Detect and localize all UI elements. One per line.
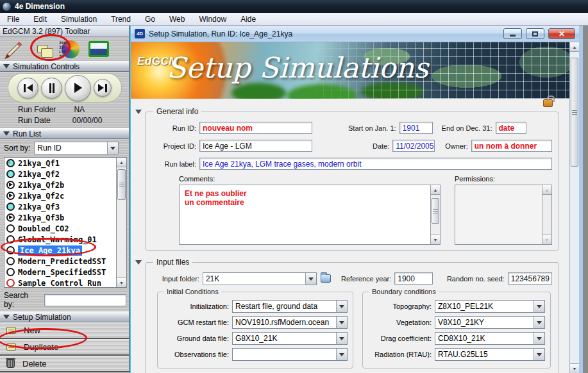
initialization-dropdown[interactable]: Restart file, ground data [232, 300, 348, 313]
start-year-field[interactable]: 1901 [399, 122, 433, 134]
reference-year-field[interactable]: 1900 [394, 272, 433, 285]
grip-icon [119, 185, 124, 185]
menu-edit[interactable]: Edit [26, 13, 54, 26]
scrollbar-thumb[interactable] [571, 58, 578, 167]
scroll-down-icon[interactable]: ▼ [570, 363, 579, 373]
dropdown-arrow-icon[interactable] [107, 142, 118, 154]
skip-forward-button[interactable] [94, 79, 112, 97]
sort-dropdown[interactable]: Run ID [34, 142, 119, 154]
new-button[interactable]: New [0, 322, 129, 339]
run-list-item[interactable]: Modern_SpecifiedSST [4, 267, 116, 278]
menu-file[interactable]: File [0, 13, 26, 26]
delete-button[interactable]: Delete [0, 356, 129, 372]
play-button[interactable] [65, 75, 91, 101]
run-list-item[interactable]: 21kya_Qf2 [4, 169, 116, 179]
scroll-up-icon[interactable]: ▲ [431, 185, 440, 195]
scroll-up-icon[interactable]: ▲ [570, 42, 579, 52]
app-titlebar: 4e Dimension [0, 0, 588, 13]
run-label-field[interactable]: Ice Age 21kya, LGM trace gases, modern o… [199, 158, 552, 170]
run-list-item[interactable]: 21kya_Qf2b [4, 179, 116, 190]
owner-field[interactable]: un nom à donner [471, 140, 552, 152]
radiation-dropdown[interactable]: RTAU.G25L15 [435, 348, 545, 361]
run-list-item[interactable]: Global_Warming_01 [4, 234, 116, 245]
initialization-value: Restart file, ground data [233, 301, 336, 312]
duplicate-tool-button[interactable] [28, 45, 56, 53]
gcm-restart-dropdown[interactable]: NOV1910.rsfModern.ocean [232, 316, 348, 329]
menu-aide[interactable]: Aide [233, 13, 263, 26]
menu-trend[interactable]: Trend [104, 13, 138, 26]
window-titlebar[interactable]: Setup Simulation, Run ID: Ice_Age_21kya … [131, 26, 579, 42]
skip-back-button[interactable] [17, 78, 38, 99]
run-list-scrollbar[interactable]: ▲ ▼ [116, 158, 126, 287]
dropdown-arrow-icon[interactable] [336, 301, 347, 312]
scroll-down-icon[interactable]: ▼ [117, 278, 126, 287]
run-id-field[interactable]: nouveau nom [199, 122, 312, 134]
scroll-up-icon[interactable]: ▲ [117, 158, 126, 167]
project-id-field[interactable]: Ice Age - LGM [199, 140, 312, 152]
permissions-label: Permissions: [455, 175, 552, 183]
simulation-controls-header[interactable]: Simulation Controls [0, 61, 129, 72]
run-list-item[interactable]: 21kya_Qf3 [4, 201, 116, 212]
date-field[interactable]: 11/02/2005 [392, 140, 435, 152]
vegetation-dropdown[interactable]: V8X10_21KY [435, 316, 545, 329]
menu-window[interactable]: Window [192, 13, 233, 26]
run-list-item[interactable]: 21kya_Qf1 [4, 158, 116, 169]
monitor-tool-button[interactable] [85, 41, 113, 57]
section-collapse-icon[interactable] [135, 110, 142, 114]
end-year-field[interactable]: date [496, 122, 526, 134]
comments-textarea[interactable]: Et ne pas oublier un commentaire ▲ ▼ [179, 185, 441, 245]
input-folder-dropdown[interactable]: 21K [203, 272, 317, 285]
run-id-label: Run ID: [157, 124, 199, 132]
menu-simulation[interactable]: Simulation [54, 13, 104, 26]
scrollbar-thumb[interactable] [117, 169, 126, 200]
run-list-item[interactable]: 21kya_Qf3b [4, 212, 116, 223]
run-list-item[interactable]: 21kya_Qf2c [4, 190, 116, 201]
dropdown-arrow-icon[interactable] [336, 333, 347, 344]
input-files-title: Input files [153, 258, 192, 267]
dropdown-arrow-icon[interactable] [533, 333, 544, 344]
run-list-header[interactable]: Run List [0, 128, 129, 139]
pause-icon [53, 83, 55, 93]
dropdown-arrow-icon[interactable] [533, 301, 544, 312]
duplicate-button[interactable]: Duplicate [0, 339, 129, 356]
scrollbar-thumb[interactable] [432, 198, 439, 224]
observations-dropdown[interactable] [232, 348, 348, 361]
close-button[interactable]: ✕ [548, 28, 575, 39]
dropdown-arrow-icon[interactable] [533, 317, 544, 328]
run-list-item[interactable]: Sample_Control_Run [4, 278, 116, 288]
lock-icon[interactable] [543, 99, 553, 107]
observations-value [233, 349, 336, 360]
random-seed-field[interactable]: 123456789 [508, 272, 552, 285]
run-list-item-selected[interactable]: Ice_Age_21kya [4, 245, 116, 256]
search-input[interactable] [44, 294, 126, 306]
drag-coefficient-dropdown[interactable]: CD8X10_21K [435, 332, 545, 345]
run-list-item[interactable]: Modern_PredictedSST [4, 256, 116, 267]
run-item-label: Modern_SpecifiedSST [18, 268, 106, 277]
menu-web[interactable]: Web [162, 13, 192, 26]
menu-go[interactable]: Go [138, 13, 162, 26]
maximize-button[interactable] [526, 28, 544, 39]
scroll-down-icon[interactable]: ▼ [431, 235, 440, 244]
ground-data-dropdown[interactable]: G8X10_21K [232, 332, 348, 345]
dropdown-arrow-icon[interactable] [533, 349, 544, 360]
globe-tool-button[interactable]: 396533L35738 [56, 40, 85, 58]
window-scrollbar[interactable]: ▲ ▼ [569, 42, 579, 373]
run-list-item[interactable]: Doubled_CO2 [4, 223, 116, 234]
permissions-box: ▲ ▼ [455, 185, 552, 245]
dropdown-arrow-icon[interactable] [336, 317, 347, 328]
boundary-conditions-title: Boundary conditions [369, 288, 439, 295]
pause-button[interactable] [41, 78, 62, 99]
minimize-button[interactable] [503, 28, 522, 39]
menubar: File Edit Simulation Trend Go Web Window… [0, 13, 588, 26]
initial-conditions-title: Initial Conditions [164, 288, 221, 295]
comments-scrollbar[interactable]: ▲ ▼ [430, 185, 440, 244]
section-collapse-icon[interactable] [135, 260, 142, 265]
collapse-arrow-icon [3, 131, 10, 136]
topography-dropdown[interactable]: Z8X10_PEL21K [435, 300, 545, 313]
edit-tool-button[interactable] [0, 47, 28, 51]
setup-simulation-header[interactable]: Setup Simulation [0, 311, 129, 322]
app-icon [2, 2, 12, 12]
dropdown-arrow-icon[interactable] [336, 349, 347, 360]
folder-icon[interactable] [321, 274, 331, 283]
dropdown-arrow-icon[interactable] [305, 273, 316, 285]
